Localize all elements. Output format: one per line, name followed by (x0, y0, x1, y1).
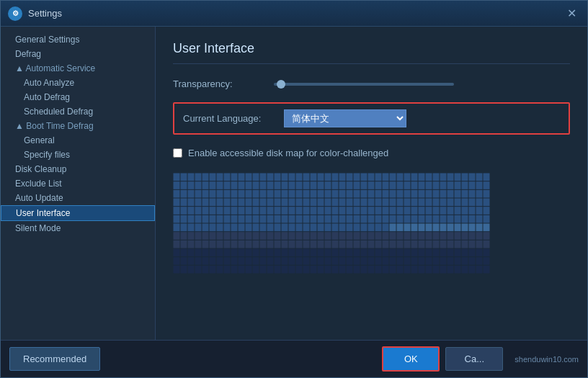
sidebar-item-auto-update[interactable]: Auto Update (1, 191, 155, 205)
content-area: General Settings Defrag ▲ Automatic Serv… (1, 27, 587, 340)
transparency-label: Transparency: (173, 78, 274, 89)
sidebar-item-general[interactable]: General (1, 133, 155, 148)
sidebar-item-auto-defrag[interactable]: Auto Defrag (1, 90, 155, 104)
sidebar-item-boot-time-defrag[interactable]: ▲ Boot Time Defrag (1, 119, 155, 133)
sidebar-item-exclude-list[interactable]: Exclude List (1, 176, 155, 191)
color-challenged-row: Enable accessible disk map for color-cha… (173, 148, 570, 158)
sidebar-item-user-interface[interactable]: User Interface (1, 205, 155, 221)
panel-title: User Interface (173, 41, 570, 64)
transparency-row: Transparency: (173, 78, 570, 89)
window-title: Settings (28, 8, 563, 19)
settings-window: ⚙ Settings ✕ General Settings Defrag ▲ A… (0, 0, 588, 378)
sidebar-item-general-settings[interactable]: General Settings (1, 32, 155, 47)
watermark: shenduwin10.com (514, 355, 579, 364)
transparency-slider-container (274, 83, 570, 86)
language-label: Current Language: (183, 113, 284, 124)
title-bar: ⚙ Settings ✕ (1, 1, 587, 27)
sidebar-item-auto-analyze[interactable]: Auto Analyze (1, 76, 155, 90)
cancel-button[interactable]: Ca... (445, 347, 503, 371)
main-panel: User Interface Transparency: Current Lan… (156, 27, 587, 340)
sidebar-item-disk-cleanup[interactable]: Disk Cleanup (1, 162, 155, 176)
transparency-slider[interactable] (274, 83, 454, 86)
color-challenged-checkbox[interactable] (173, 148, 182, 158)
slider-thumb (277, 80, 285, 89)
language-row: Current Language: 简体中文 English 繁體中文 Deut… (173, 102, 570, 135)
ok-button[interactable]: OK (382, 346, 440, 372)
disk-map (173, 173, 490, 274)
language-select[interactable]: 简体中文 English 繁體中文 Deutsch Français 日本語 (284, 109, 406, 127)
sidebar-item-specify-files[interactable]: Specify files (1, 148, 155, 162)
recommended-button[interactable]: Recommended (9, 347, 100, 371)
color-challenged-label: Enable accessible disk map for color-cha… (188, 148, 388, 158)
app-icon: ⚙ (8, 6, 22, 21)
sidebar-item-silent-mode[interactable]: Silent Mode (1, 221, 155, 235)
close-button[interactable]: ✕ (563, 5, 580, 22)
disk-map-container (173, 170, 570, 276)
bottom-bar: Recommended OK Ca... shenduwin10.com (1, 340, 587, 377)
sidebar-item-defrag[interactable]: Defrag (1, 47, 155, 61)
sidebar-item-automatic-service[interactable]: ▲ Automatic Service (1, 61, 155, 76)
sidebar-item-scheduled-defrag[interactable]: Scheduled Defrag (1, 104, 155, 119)
sidebar: General Settings Defrag ▲ Automatic Serv… (1, 27, 156, 340)
